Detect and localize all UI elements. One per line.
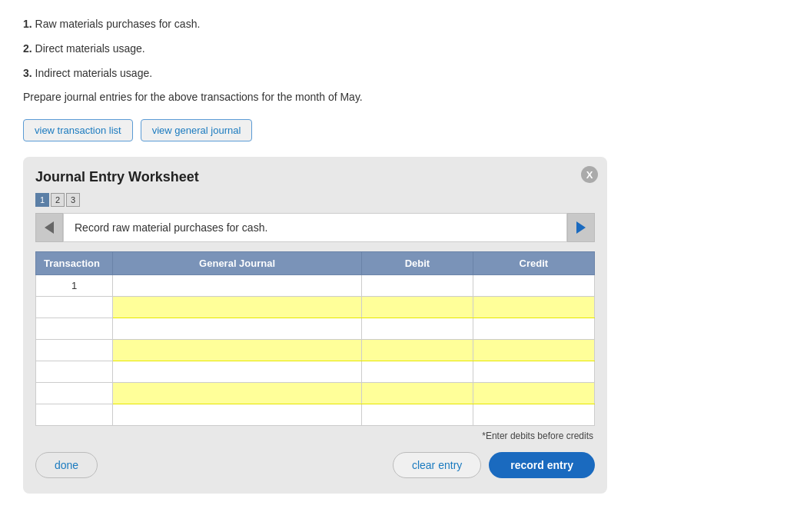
- view-general-journal-button[interactable]: view general journal: [141, 119, 253, 141]
- table-row: [36, 318, 595, 340]
- cell-transaction: [36, 340, 113, 361]
- table-row: [36, 297, 595, 318]
- cell-transaction: [36, 383, 113, 404]
- col-general-journal: General Journal: [113, 252, 362, 275]
- cell-transaction: [36, 297, 113, 318]
- cell-credit[interactable]: [473, 404, 594, 426]
- view-transaction-list-button[interactable]: view transaction list: [23, 119, 133, 141]
- col-credit: Credit: [473, 252, 594, 275]
- table-row: [36, 404, 595, 426]
- table-header-row: Transaction General Journal Debit Credit: [36, 252, 595, 275]
- cell-credit[interactable]: [473, 297, 594, 318]
- cell-general-journal[interactable]: [113, 361, 362, 383]
- page-indicator-2[interactable]: 2: [51, 193, 65, 207]
- cell-debit[interactable]: [362, 383, 473, 404]
- cell-transaction: 1: [36, 275, 113, 297]
- prev-button[interactable]: [35, 213, 63, 242]
- cell-general-journal[interactable]: [113, 275, 362, 297]
- cell-general-journal[interactable]: [113, 318, 362, 340]
- footer-buttons: done clear entry record entry: [35, 452, 595, 478]
- cell-debit[interactable]: [362, 318, 473, 340]
- instruction-item-1: 1. Raw materials purchases for cash.: [23, 15, 764, 34]
- hint-text: *Enter debits before credits: [35, 431, 595, 441]
- table-row: 1: [36, 275, 595, 297]
- cell-transaction: [36, 404, 113, 426]
- left-arrow-icon: [45, 221, 54, 234]
- prepare-text: Prepare journal entries for the above tr…: [23, 88, 764, 107]
- col-debit: Debit: [362, 252, 473, 275]
- transaction-description: Record raw material purchases for cash.: [63, 213, 567, 242]
- instruction-item-2: 2. Direct materials usage.: [23, 40, 764, 58]
- record-entry-button[interactable]: record entry: [489, 452, 595, 478]
- cell-general-journal[interactable]: [113, 340, 362, 361]
- cell-debit[interactable]: [362, 404, 473, 426]
- done-button[interactable]: done: [35, 452, 98, 478]
- next-button[interactable]: [567, 213, 595, 242]
- cell-debit[interactable]: [362, 361, 473, 383]
- cell-debit[interactable]: [362, 275, 473, 297]
- table-row: [36, 361, 595, 383]
- table-row: [36, 340, 595, 361]
- right-arrow-icon: [576, 221, 586, 234]
- col-transaction: Transaction: [36, 252, 113, 275]
- cell-general-journal[interactable]: [113, 297, 362, 318]
- cell-credit[interactable]: [473, 318, 594, 340]
- close-button[interactable]: X: [581, 166, 598, 183]
- page-indicator-1[interactable]: 1: [35, 193, 49, 207]
- table-row: [36, 383, 595, 404]
- page-indicator-3[interactable]: 3: [66, 193, 80, 207]
- cell-transaction: [36, 318, 113, 340]
- instruction-item-3: 3. Indirect materials usage.: [23, 65, 764, 83]
- journal-table: Transaction General Journal Debit Credit…: [35, 251, 595, 426]
- cell-credit[interactable]: [473, 383, 594, 404]
- cell-transaction: [36, 361, 113, 383]
- cell-credit[interactable]: [473, 340, 594, 361]
- navigation-area: Record raw material purchases for cash.: [35, 213, 595, 242]
- page-indicators: 1 2 3: [35, 193, 595, 207]
- cell-debit[interactable]: [362, 297, 473, 318]
- cell-credit[interactable]: [473, 361, 594, 383]
- worksheet-title: Journal Entry Worksheet: [35, 169, 595, 185]
- clear-entry-button[interactable]: clear entry: [393, 452, 481, 478]
- cell-credit[interactable]: [473, 275, 594, 297]
- instructions-section: 1. Raw materials purchases for cash. 2. …: [23, 15, 764, 107]
- cell-general-journal[interactable]: [113, 404, 362, 426]
- top-button-row: view transaction list view general journ…: [23, 119, 764, 141]
- cell-general-journal[interactable]: [113, 383, 362, 404]
- cell-debit[interactable]: [362, 340, 473, 361]
- journal-entry-worksheet: Journal Entry Worksheet X 1 2 3 Record r…: [23, 157, 607, 494]
- journal-table-wrapper: Transaction General Journal Debit Credit…: [35, 251, 595, 426]
